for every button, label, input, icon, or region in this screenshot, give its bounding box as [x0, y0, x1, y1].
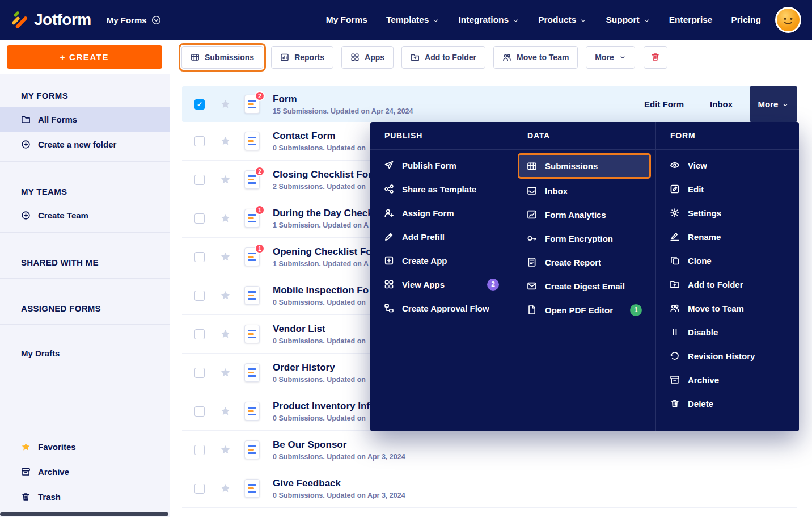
menu-item[interactable]: Publish Form: [370, 153, 513, 177]
row-checkbox[interactable]: [194, 368, 205, 378]
row-checkbox[interactable]: [194, 445, 205, 455]
form-title[interactable]: Opening Checklist Fo: [273, 246, 372, 258]
form-row[interactable]: Be Our Sponsor 0 Submissions. Updated on…: [182, 431, 797, 469]
form-row[interactable]: Give Feedback 0 Submissions. Updated on …: [182, 469, 797, 508]
edit-form-button[interactable]: Edit Form: [644, 99, 684, 109]
menu-item[interactable]: Create Digest Email: [513, 274, 655, 298]
menu-item[interactable]: Inbox: [513, 179, 655, 203]
menu-item-label: Assign Form: [402, 208, 454, 218]
nav-item[interactable]: Integrations: [458, 15, 519, 25]
menu-item[interactable]: Add Prefill: [370, 225, 513, 249]
menu-item[interactable]: Move to Team: [656, 296, 799, 320]
form-title[interactable]: Closing Checklist For: [273, 169, 372, 180]
form-title[interactable]: Give Feedback: [273, 478, 405, 489]
toolbar-button[interactable]: Submissions: [181, 46, 263, 69]
star-icon[interactable]: [220, 136, 231, 146]
form-title[interactable]: Product Inventory Inf: [273, 401, 370, 412]
form-title[interactable]: Mobile Inspection Fo: [273, 285, 369, 296]
menu-item[interactable]: Form Analytics: [513, 203, 655, 226]
menu-item[interactable]: Share as Template: [370, 177, 513, 201]
workspace-switcher[interactable]: My Forms: [107, 15, 161, 25]
nav-item[interactable]: Products: [538, 15, 587, 25]
menu-item[interactable]: Submissions: [518, 153, 651, 179]
more-button[interactable]: More: [750, 86, 797, 122]
sidebar-item-archive[interactable]: Archive: [0, 459, 170, 484]
nav-item[interactable]: My Forms: [326, 15, 367, 25]
row-checkbox[interactable]: [194, 329, 205, 339]
sidebar-item-create-folder[interactable]: Create a new folder: [0, 132, 170, 157]
row-checkbox[interactable]: [194, 406, 205, 417]
row-checkbox[interactable]: [194, 213, 205, 224]
menu-item[interactable]: Add to Folder: [656, 272, 799, 296]
nav-item[interactable]: Support: [606, 15, 650, 25]
menu-item[interactable]: Rename: [656, 225, 799, 249]
horizontal-scrollbar[interactable]: [0, 512, 168, 516]
toolbar-button[interactable]: Add to Folder: [401, 46, 485, 69]
menu-item[interactable]: Assign Form: [370, 201, 513, 225]
toolbar-button[interactable]: More: [586, 46, 635, 69]
menu-item[interactable]: Archive: [656, 368, 799, 392]
nav-item[interactable]: Enterprise: [669, 15, 713, 25]
jotform-logo[interactable]: Jotform: [11, 10, 91, 30]
menu-item[interactable]: Settings: [656, 201, 799, 225]
row-checkbox[interactable]: [194, 291, 205, 301]
form-row[interactable]: 2 Form 15 Submissions. Updated on Apr 24…: [182, 86, 797, 122]
sidebar-item-my-drafts[interactable]: My Drafts: [0, 341, 170, 365]
sidebar-heading-assigned-forms[interactable]: ASSIGNED FORMS: [0, 297, 170, 320]
menu-item[interactable]: Create Report: [513, 250, 655, 274]
star-icon[interactable]: [220, 213, 231, 224]
star-icon[interactable]: [220, 174, 231, 185]
menu-item[interactable]: Clone: [656, 249, 799, 272]
form-title[interactable]: Contact Form: [273, 131, 366, 142]
menu-item[interactable]: View: [656, 153, 799, 177]
row-checkbox[interactable]: [194, 484, 205, 494]
form-row-text: Opening Checklist Fo 1 Submission. Updat…: [273, 246, 372, 268]
row-checkbox[interactable]: [194, 175, 205, 185]
menu-item-label: Create App: [402, 256, 447, 266]
menu-item[interactable]: Open PDF Editor 1: [513, 298, 655, 322]
menu-item[interactable]: Create Approval Flow: [370, 296, 513, 320]
toolbar-button-label: Move to Team: [517, 53, 569, 62]
form-title[interactable]: During the Day Check: [273, 208, 373, 219]
form-title[interactable]: Order History: [273, 362, 366, 373]
star-icon[interactable]: [220, 290, 231, 301]
form-title[interactable]: Vendor List: [273, 323, 366, 335]
star-icon[interactable]: [220, 367, 231, 378]
toolbar-button[interactable]: Apps: [341, 46, 394, 69]
sidebar-heading-shared-with-me[interactable]: SHARED WITH ME: [0, 251, 170, 274]
star-icon[interactable]: [220, 329, 231, 339]
star-icon[interactable]: [220, 444, 231, 455]
delete-selected-button[interactable]: [644, 46, 667, 69]
form-icon: [244, 479, 260, 498]
menu-item-label: Form Analytics: [545, 210, 606, 220]
star-icon[interactable]: [220, 406, 231, 417]
sidebar-item-favorites[interactable]: Favorites: [0, 434, 170, 459]
row-checkbox[interactable]: [194, 99, 205, 110]
form-row-text: Be Our Sponsor 0 Submissions. Updated on…: [273, 439, 405, 461]
form-title[interactable]: Be Our Sponsor: [273, 439, 405, 451]
toolbar-button[interactable]: Move to Team: [493, 46, 578, 69]
toolbar-button[interactable]: Reports: [271, 46, 333, 69]
inbox-button[interactable]: Inbox: [710, 99, 733, 109]
star-icon[interactable]: [220, 483, 231, 494]
avatar[interactable]: [775, 7, 801, 33]
menu-item[interactable]: Form Encryption: [513, 226, 655, 250]
form-title[interactable]: Form: [273, 94, 413, 105]
menu-item[interactable]: Delete: [656, 392, 799, 415]
menu-item[interactable]: Edit: [656, 177, 799, 201]
menu-item[interactable]: Disable: [656, 320, 799, 344]
create-button[interactable]: + CREATE: [7, 45, 162, 69]
row-checkbox[interactable]: [194, 252, 205, 262]
sidebar-item-create-team[interactable]: Create Team: [0, 203, 170, 228]
star-icon[interactable]: [220, 99, 231, 110]
form-subtitle: 15 Submissions. Updated on Apr 24, 2024: [273, 107, 413, 115]
nav-item[interactable]: Templates: [386, 15, 440, 25]
sidebar-item-all-forms[interactable]: All Forms: [0, 107, 170, 132]
star-icon[interactable]: [220, 251, 231, 262]
menu-item[interactable]: Create App: [370, 249, 513, 272]
sidebar-item-trash[interactable]: Trash: [0, 484, 170, 509]
row-checkbox[interactable]: [194, 136, 205, 146]
menu-item[interactable]: Revision History: [656, 344, 799, 368]
menu-item[interactable]: View Apps 2: [370, 272, 513, 296]
nav-item[interactable]: Pricing: [731, 15, 761, 25]
